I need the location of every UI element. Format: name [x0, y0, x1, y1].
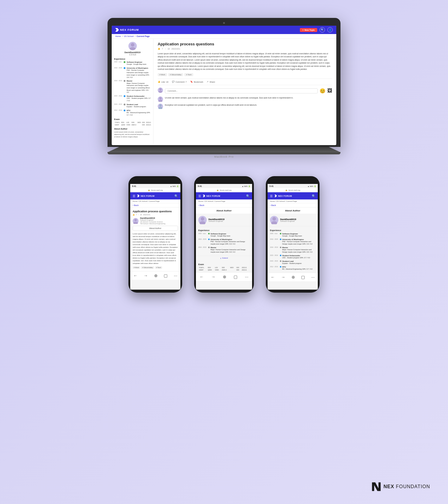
phone-logo-3: NEX FORUM: [274, 195, 292, 197]
phone-back-3[interactable]: ‹ Back: [268, 203, 318, 208]
more-btn-2[interactable]: ···: [245, 274, 248, 279]
laptop-camera: [223, 22, 225, 24]
exp-item-2: 2016 - 2020 University of Washington PhD…: [114, 67, 151, 79]
post-body: Lorem ipsum dolor sit amet, consectetur …: [158, 52, 332, 71]
hamburger-icon-3[interactable]: ☰: [270, 194, 273, 198]
phone-screen-3: 🔒 forum.nexf.org ☰ NEX FORUM 🔍 Home /: [268, 188, 318, 290]
image-icon[interactable]: 🖼: [327, 88, 332, 93]
status-bar-3: 9:41 ▲ WiFi 🔋: [268, 184, 318, 188]
phone-frame-2: 9:41 ▲ WiFi 🔋 🔒 forum.nexf.org ☰ NEX FOR…: [194, 176, 254, 293]
phone-screen-2: 🔒 forum.nexf.org ☰ NEX FORUM 🔍 Home /: [196, 188, 252, 290]
phone-exp-3-2: 2016 - 2020 University of Washington PhD…: [270, 238, 315, 245]
about-author-modal-header: About Author: [196, 208, 252, 214]
phone-logo-icon-1: [137, 195, 139, 197]
laptop-stand: [108, 147, 340, 152]
phone-bottom-bar-3: ← → ⊕ ▢ ···: [268, 273, 318, 281]
more-btn-3[interactable]: ···: [311, 275, 315, 279]
back-nav-btn-2[interactable]: ←: [200, 274, 204, 279]
emoji-icon[interactable]: 😊: [320, 88, 326, 94]
breadcrumb: Home / US School / Current Page: [112, 34, 336, 39]
forward-nav-btn[interactable]: →: [144, 273, 148, 278]
new-topic-button[interactable]: + New Topic: [300, 28, 317, 32]
phone-content-1: Application process questions 👍7↑182022/…: [130, 208, 180, 271]
hamburger-icon-2[interactable]: ☰: [198, 194, 201, 198]
comment-input-row: 😊 🖼: [158, 87, 332, 94]
comment-input[interactable]: [165, 88, 318, 93]
svg-point-2: [159, 88, 162, 90]
forum-logo-icon: [115, 28, 119, 32]
phone-post-title-1: Application process questions: [133, 210, 178, 213]
comment-text-1: Ut enim ad minim veniam, quis nostrud ex…: [165, 96, 293, 102]
author-name: DavidDavid0019: [114, 51, 151, 53]
tag-siliconvalley[interactable]: # SiliconValley: [168, 73, 183, 76]
phone-notch-3: [284, 179, 302, 183]
phone-logo-2: NEX FORUM: [203, 195, 220, 197]
hamburger-icon[interactable]: ☰: [133, 194, 135, 198]
forum-navbar: NEX FORUM + New Topic 🔍 👤: [112, 26, 336, 34]
phone-logo-icon-2: [203, 195, 205, 197]
phone-modal-author-info: DavidDavid0019 Software Engineer: [208, 218, 225, 222]
svg-point-13: [271, 221, 277, 224]
forward-nav-btn-3[interactable]: →: [281, 275, 285, 279]
tag-work[interactable]: # Work: [158, 73, 167, 76]
svg-point-6: [159, 104, 162, 107]
phone-3: 9:41 ▲ WiFi 🔋 🔒 forum.nexf.org ☰ NEX FOR…: [266, 176, 320, 293]
tabs-btn[interactable]: ▢: [164, 273, 168, 278]
comment-avatar-1: [158, 96, 163, 102]
phone-nav-2: ☰ NEX FORUM 🔍: [196, 192, 252, 199]
back-nav-btn-3[interactable]: ←: [271, 275, 275, 279]
post-actions: 👍 Like 18 💬 Comment 7: [158, 79, 332, 85]
exp-item-5: 2015 - 2015 Student Lead Equator · Stude…: [114, 103, 151, 108]
phone-modal-author-3: DavidDavid0019 Software Engineer: [268, 214, 318, 226]
phone-exam-table: TOEFLR00L00S00W000002021/1 GMATQ000V000A…: [198, 266, 250, 271]
add-tab-btn[interactable]: ⊕: [154, 273, 158, 278]
search-icon[interactable]: 🔍: [320, 27, 325, 33]
breadcrumb-home[interactable]: Home: [115, 35, 121, 37]
forward-nav-btn-2[interactable]: →: [211, 274, 215, 279]
phone-modal-author: DavidDavid0019 Software Engineer: [196, 214, 252, 226]
url-bar-2: 🔒 forum.nexf.org: [196, 188, 252, 192]
commenter-avatar: [158, 87, 163, 93]
phone-notch-1: [146, 179, 164, 183]
breadcrumb-current: Current Page: [136, 35, 150, 37]
phone-author-avatar-1: [133, 218, 139, 224]
svg-point-5: [158, 100, 162, 102]
tag-tech[interactable]: # Tech: [184, 73, 193, 76]
phone-logo-icon-3: [274, 195, 277, 197]
phones-section: 9:41 ▲ WiFi 🔋 🔒 forum.nexf.org ☰ NEX FOR…: [12, 176, 436, 293]
add-tab-btn-2[interactable]: ⊕: [223, 274, 226, 279]
share-button[interactable]: ↗ Share: [207, 81, 215, 83]
user-icon[interactable]: 👤: [327, 27, 333, 33]
svg-point-3: [158, 91, 162, 93]
about-author-modal-header-3: About Author: [268, 208, 318, 214]
phone-frame-3: 9:41 ▲ WiFi 🔋 🔒 forum.nexf.org ☰ NEX FOR…: [266, 176, 320, 293]
phone-search-icon-3[interactable]: 🔍: [312, 194, 315, 198]
svg-point-0: [131, 43, 134, 47]
more-btn[interactable]: ···: [174, 273, 177, 278]
about-author-button[interactable]: About Author: [133, 226, 178, 231]
svg-point-9: [133, 222, 138, 224]
author-avatar: [128, 42, 137, 50]
phone-breadcrumb-1: Home / US School / Current Page: [130, 199, 180, 203]
extend-button[interactable]: ∨ Extend: [196, 256, 252, 260]
exp-item-6: 2012 - 2016 NTU BS · Electrical Engineer…: [114, 109, 151, 116]
footer-text: NEX FOUNDATION: [383, 484, 430, 489]
phone-modal-author-info-3: DavidDavid0019 Software Engineer: [280, 218, 296, 222]
like-button[interactable]: 👍 Like 18: [158, 81, 168, 83]
breadcrumb-school[interactable]: US School: [124, 35, 134, 37]
url-bar-1: 🔒 forum.nexf.org: [130, 188, 180, 192]
bookmark-button[interactable]: 🔖 Bookmark: [190, 81, 203, 83]
phone-search-icon-2[interactable]: 🔍: [246, 194, 250, 198]
phone-back-2[interactable]: ‹ Back: [196, 203, 252, 208]
tabs-btn-3[interactable]: ▢: [301, 275, 305, 279]
phone-search-icon-1[interactable]: 🔍: [174, 194, 178, 198]
exp-item-3: 2016 - 2019 Master Major: Human-Computer…: [114, 80, 151, 94]
add-tab-btn-3[interactable]: ⊕: [291, 275, 295, 279]
tabs-btn-2[interactable]: ▢: [234, 274, 237, 279]
phone-back-1[interactable]: ‹ Back: [130, 203, 180, 208]
back-nav-btn[interactable]: ←: [133, 273, 137, 278]
exam-table: TOEFLR00L00S00W000002021/1 GMATQ000V000A…: [114, 121, 152, 126]
comment-text-2: Excepteur sint occaecat cupidatat non pr…: [165, 104, 257, 109]
phone-exp-3-1: 2020 - now Software Engineer Google · Go…: [270, 233, 315, 237]
comment-button[interactable]: 💬 Comment 7: [172, 81, 187, 83]
